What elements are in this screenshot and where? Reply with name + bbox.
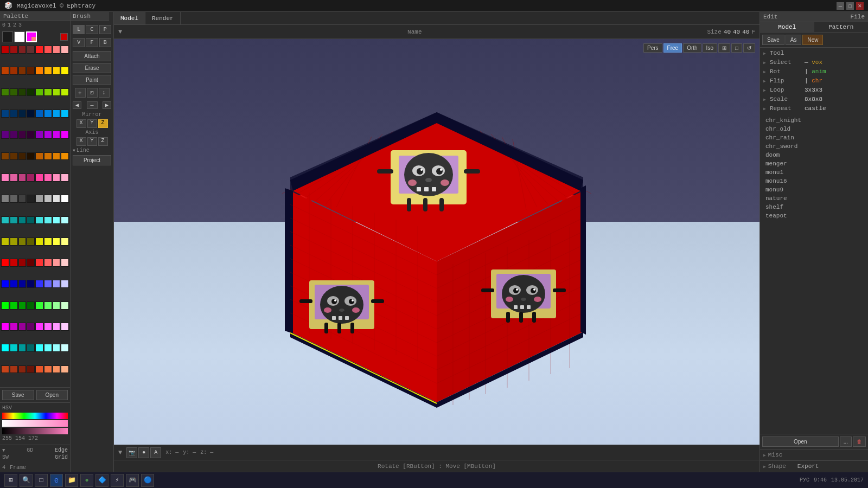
palette-cell-22[interactable] [53,88,61,97]
palette-cell-43[interactable] [27,152,35,160]
file-item-5[interactable]: menger [762,159,866,168]
palette-cell-44[interactable] [35,152,43,160]
palette-cell-123[interactable] [27,365,35,374]
tab-model[interactable]: Model [114,12,145,24]
palette-cell-125[interactable] [44,365,52,374]
palette-cell-52[interactable] [35,174,43,182]
loop-row[interactable]: ▶ Loop 3x3x3 [762,86,866,94]
palette-cell-5[interactable] [44,46,52,54]
vp-light-icon[interactable]: ● [138,447,149,458]
palette-cell-62[interactable] [53,195,61,203]
palette-cell-46[interactable] [53,152,61,160]
mirror-z-btn[interactable]: Z [98,119,108,128]
palette-cell-55[interactable] [61,174,69,182]
palette-cell-114[interactable] [18,344,27,352]
palette-cell-60[interactable] [35,195,43,203]
palette-cell-105[interactable] [10,323,18,331]
erase-button[interactable]: Erase [73,63,111,73]
palette-cell-59[interactable] [27,195,35,203]
palette-cell-65[interactable] [10,216,18,224]
palette-cell-92[interactable] [35,280,43,288]
palette-cell-80[interactable] [1,259,9,267]
palette-cell-70[interactable] [53,216,61,224]
swatch-red[interactable] [60,33,68,41]
palette-num-0[interactable]: 0 [2,22,5,28]
file-item-3[interactable]: chr_sword [762,142,866,151]
file-item-0[interactable]: chr_knight [762,116,866,125]
brush-arrow-left[interactable]: ◀ [73,101,81,109]
palette-cell-89[interactable] [10,280,18,288]
hsv-val-bar[interactable] [2,428,68,434]
palette-cell-121[interactable] [10,365,18,374]
app4-btn[interactable]: 🔵 [141,474,154,487]
palette-cell-29[interactable] [44,110,52,118]
palette-cell-81[interactable] [10,259,18,267]
palette-cell-6[interactable] [53,46,61,54]
palette-cell-47[interactable] [61,152,69,160]
palette-cell-40[interactable] [1,152,9,160]
palette-cell-103[interactable] [61,301,69,310]
palette-cell-25[interactable] [10,110,18,118]
palette-cell-98[interactable] [18,301,27,310]
tab-render[interactable]: Render [145,12,181,24]
scale-row[interactable]: ▶ Scale 8x8x8 [762,95,866,104]
palette-cell-2[interactable] [18,46,27,54]
palette-cell-38[interactable] [53,131,61,139]
axis-z-btn[interactable]: Z [98,137,108,146]
palette-cell-37[interactable] [44,131,52,139]
palette-cell-115[interactable] [27,344,35,352]
palette-cell-77[interactable] [44,237,52,246]
maximize-button[interactable]: □ [846,2,854,10]
palette-cell-90[interactable] [18,280,27,288]
palette-cell-32[interactable] [1,131,9,139]
vp-a-icon[interactable]: A [150,447,161,458]
palette-cell-31[interactable] [61,110,69,118]
file-save-btn[interactable]: Save [762,35,784,45]
palette-cell-64[interactable] [1,216,9,224]
palette-cell-99[interactable] [27,301,35,310]
palette-cell-15[interactable] [61,67,69,75]
brush-arrow-right[interactable]: ▶ [103,101,111,109]
palette-cell-73[interactable] [10,237,18,246]
file-item-8[interactable]: monu9 [762,185,866,194]
palette-cell-91[interactable] [27,280,35,288]
palette-cell-45[interactable] [44,152,52,160]
orth-button[interactable]: Orth [683,43,701,53]
explorer-btn[interactable]: 📁 [65,474,78,487]
file-item-11[interactable]: teapot [762,211,866,220]
palette-cell-7[interactable] [61,46,69,54]
palette-cell-96[interactable] [1,301,9,310]
palette-cell-66[interactable] [18,216,27,224]
palette-cell-28[interactable] [35,110,43,118]
hsv-hue-bar[interactable] [2,413,68,419]
palette-cell-48[interactable] [1,174,9,182]
palette-cell-118[interactable] [53,344,61,352]
palette-cell-3[interactable] [27,46,35,54]
viewport-canvas[interactable]: Pers Free Orth Iso ⊞ □ ↺ [114,39,760,445]
viewport-dropdown-arrow[interactable]: ▼ [118,28,122,36]
file-as-btn[interactable]: As [786,35,802,45]
palette-cell-20[interactable] [35,88,43,97]
palette-cell-69[interactable] [44,216,52,224]
palette-cell-124[interactable] [35,365,43,374]
palette-cell-34[interactable] [18,131,27,139]
palette-cell-75[interactable] [27,237,35,246]
file-item-1[interactable]: chr_old [762,125,866,133]
palette-cell-93[interactable] [44,280,52,288]
palette-num-1[interactable]: 1 [8,22,11,28]
palette-cell-102[interactable] [53,301,61,310]
palette-cell-27[interactable] [27,110,35,118]
swatch-white[interactable] [14,31,25,42]
window-controls[interactable]: ─ □ ✕ [837,2,864,10]
close-button[interactable]: ✕ [856,2,864,10]
swatch-black[interactable] [2,31,13,42]
palette-cell-126[interactable] [53,365,61,374]
palette-cell-86[interactable] [53,259,61,267]
start-button[interactable]: ⊞ [4,474,17,487]
repeat-row[interactable]: ▶ Repeat castle [762,104,866,113]
palette-cell-17[interactable] [10,88,18,97]
palette-cell-16[interactable] [1,88,9,97]
select-row[interactable]: ▶ Select — vox [762,58,866,67]
palette-cell-120[interactable] [1,365,9,374]
palette-cell-1[interactable] [10,46,18,54]
